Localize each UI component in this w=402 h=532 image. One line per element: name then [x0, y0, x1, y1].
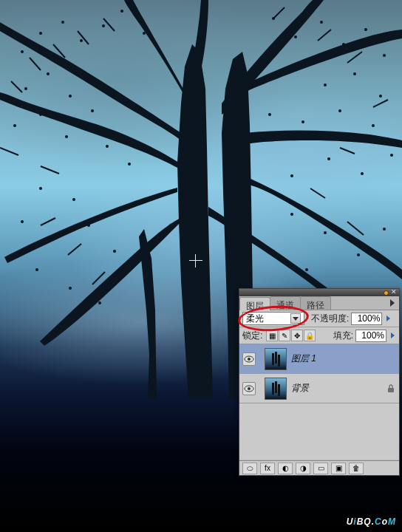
- svg-point-15: [128, 163, 131, 166]
- svg-point-44: [324, 231, 327, 234]
- panel-titlebar[interactable]: ✕: [239, 289, 399, 296]
- layer-thumbnail[interactable]: [265, 348, 287, 370]
- svg-point-22: [290, 69, 293, 72]
- panel-tabs: 图层 通道 路径: [239, 296, 399, 310]
- svg-point-29: [372, 124, 375, 127]
- lock-pixels-button[interactable]: ✎: [279, 330, 290, 341]
- lock-all-button[interactable]: 🔒: [304, 330, 316, 341]
- wm-6: M: [388, 516, 396, 527]
- svg-point-0: [21, 50, 24, 53]
- layer-mask-button[interactable]: ◐: [278, 463, 293, 474]
- layer-row[interactable]: 图层 1: [239, 344, 399, 374]
- svg-point-34: [39, 187, 42, 190]
- svg-point-2: [61, 21, 64, 24]
- svg-rect-55: [388, 388, 394, 392]
- svg-point-20: [364, 28, 367, 31]
- svg-point-35: [72, 198, 75, 201]
- fill-value: 100%: [361, 330, 384, 341]
- svg-point-14: [106, 145, 109, 148]
- wm-1: U: [347, 516, 354, 527]
- blend-opacity-row: 柔光 不透明度: 100%: [239, 310, 399, 327]
- panel-menu-button[interactable]: [386, 296, 399, 310]
- lock-label: 锁定:: [242, 330, 262, 342]
- lock-fill-row: 锁定: ▦ ✎ ✥ 🔒 填充: 100%: [239, 327, 399, 344]
- svg-point-11: [39, 113, 42, 116]
- opacity-flyout-button[interactable]: [384, 313, 392, 325]
- fill-flyout-button[interactable]: [389, 330, 396, 342]
- svg-point-52: [248, 358, 251, 361]
- svg-point-48: [305, 268, 308, 271]
- layers-panel: ✕ 图层 通道 路径 柔光 不透明度: 100% 锁定: ▦ ✎ ✥ 🔒 填充:…: [239, 288, 400, 476]
- layers-list: 图层 1 背景: [239, 344, 399, 460]
- svg-point-32: [327, 157, 330, 160]
- svg-point-1: [39, 32, 42, 35]
- minimize-button[interactable]: [384, 290, 389, 296]
- close-button[interactable]: ✕: [390, 290, 398, 296]
- lock-transparent-button[interactable]: ▦: [266, 330, 278, 341]
- layer-group-button[interactable]: ▭: [313, 463, 328, 474]
- tab-paths[interactable]: 路径: [300, 296, 331, 310]
- svg-point-9: [69, 95, 72, 98]
- layer-fx-button[interactable]: fx: [260, 463, 275, 474]
- lock-buttons: ▦ ✎ ✥ 🔒: [266, 330, 316, 341]
- link-layers-button[interactable]: ⬭: [242, 463, 257, 474]
- visibility-toggle[interactable]: [242, 382, 256, 395]
- svg-point-4: [102, 24, 105, 27]
- svg-point-30: [390, 154, 393, 157]
- svg-point-36: [21, 220, 24, 223]
- svg-point-8: [47, 72, 50, 75]
- svg-point-19: [342, 43, 345, 46]
- svg-point-38: [87, 224, 90, 227]
- tab-layers[interactable]: 图层: [239, 297, 270, 310]
- svg-point-43: [290, 213, 293, 216]
- layer-name[interactable]: 背景: [291, 382, 309, 395]
- svg-point-26: [268, 113, 271, 116]
- svg-point-18: [320, 21, 323, 24]
- svg-point-28: [338, 109, 341, 112]
- dropdown-arrow-icon: [290, 313, 301, 324]
- blend-mode-dropdown[interactable]: 柔光: [242, 312, 304, 325]
- menu-arrow-icon: [390, 299, 395, 307]
- svg-point-33: [290, 174, 293, 177]
- visibility-toggle[interactable]: [242, 352, 256, 366]
- blend-mode-value: 柔光: [246, 313, 264, 325]
- svg-point-40: [35, 268, 38, 271]
- panel-bottom-bar: ⬭ fx ◐ ◑ ▭ ▣ 🗑: [239, 460, 399, 475]
- wm-4: C: [375, 516, 382, 527]
- fill-label: 填充:: [333, 330, 353, 342]
- svg-point-37: [54, 235, 57, 238]
- wm-5: o: [382, 516, 388, 527]
- lock-position-button[interactable]: ✥: [291, 330, 303, 341]
- svg-point-39: [113, 250, 116, 253]
- svg-point-47: [272, 250, 275, 253]
- svg-point-10: [13, 124, 16, 127]
- watermark: UiBQ.CoM: [347, 510, 396, 529]
- svg-point-41: [69, 287, 72, 290]
- svg-point-3: [80, 39, 83, 42]
- svg-point-13: [91, 109, 94, 112]
- tab-channels[interactable]: 通道: [270, 296, 301, 310]
- svg-point-45: [357, 253, 360, 256]
- svg-point-12: [65, 135, 68, 138]
- opacity-input[interactable]: 100%: [351, 313, 382, 325]
- svg-point-25: [379, 95, 382, 98]
- opacity-value: 100%: [358, 313, 381, 324]
- layer-thumbnail[interactable]: [265, 378, 287, 400]
- svg-point-31: [361, 172, 364, 175]
- svg-point-27: [302, 120, 304, 123]
- svg-point-23: [324, 83, 327, 86]
- svg-point-17: [294, 35, 297, 38]
- opacity-label: 不透明度:: [311, 313, 349, 325]
- fill-input[interactable]: 100%: [355, 330, 386, 342]
- svg-point-54: [248, 387, 251, 390]
- adjustment-layer-button[interactable]: ◑: [296, 463, 310, 474]
- new-layer-button[interactable]: ▣: [331, 463, 346, 474]
- svg-point-6: [143, 32, 146, 35]
- layer-row[interactable]: 背景: [239, 374, 399, 403]
- svg-point-24: [353, 72, 356, 75]
- delete-layer-button[interactable]: 🗑: [349, 463, 364, 474]
- layer-name[interactable]: 图层 1: [291, 352, 316, 365]
- svg-point-46: [383, 228, 386, 231]
- lock-icon: [386, 383, 396, 394]
- svg-point-21: [383, 54, 386, 57]
